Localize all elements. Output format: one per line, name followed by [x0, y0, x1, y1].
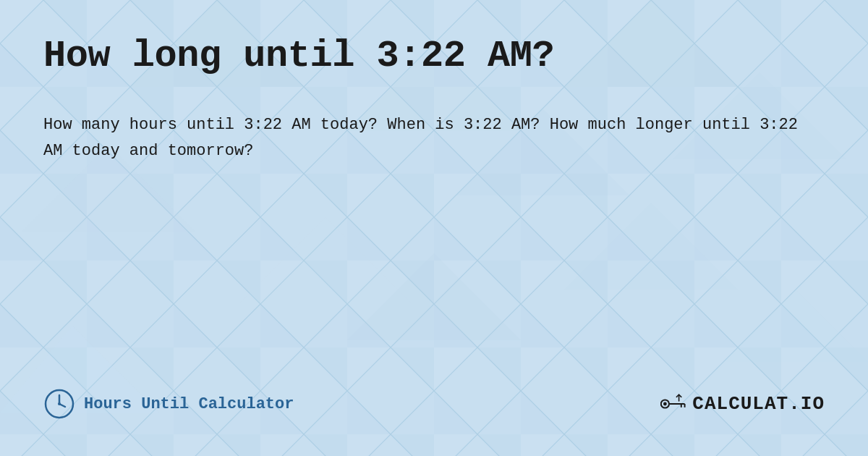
- page-content: How long until 3:22 AM? How many hours u…: [0, 0, 868, 456]
- calculat-brand-text: CALCULAT..IOIO: [692, 393, 825, 415]
- page-description: How many hours until 3:22 AM today? When…: [43, 112, 803, 165]
- svg-point-27: [663, 402, 667, 406]
- calculat-logo: CALCULAT..IOIO: [660, 391, 825, 417]
- svg-point-25: [58, 402, 61, 405]
- footer: Hours Until Calculator CALCULAT..IOIO: [43, 388, 825, 427]
- clock-icon: [43, 388, 75, 420]
- calculat-hand-icon: [660, 391, 689, 417]
- footer-logo: CALCULAT..IOIO: [660, 391, 825, 417]
- brand-label: Hours Until Calculator: [84, 395, 294, 413]
- footer-brand: Hours Until Calculator: [43, 388, 294, 420]
- page-title: How long until 3:22 AM?: [43, 35, 825, 77]
